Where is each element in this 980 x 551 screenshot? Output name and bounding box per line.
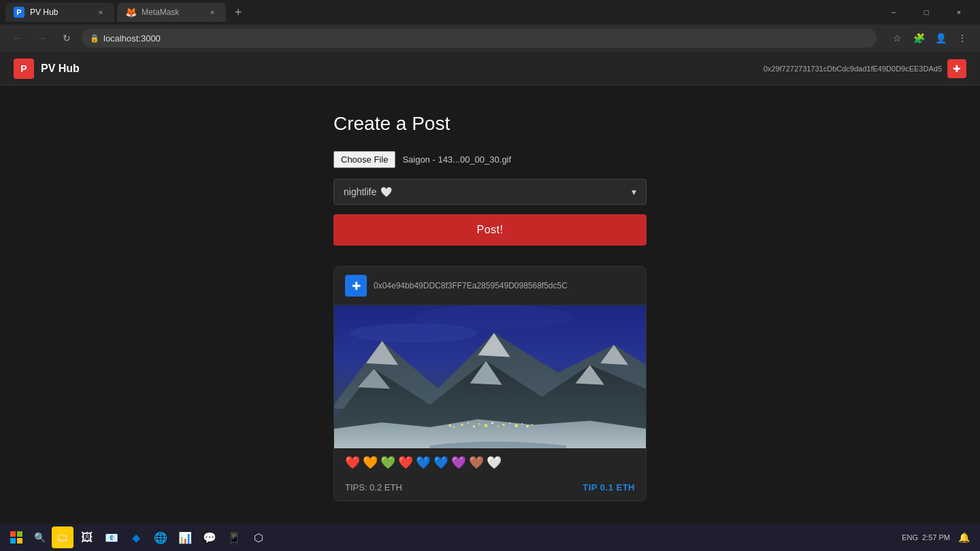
heart-brown[interactable]: 🤎 (469, 455, 484, 470)
tips-display: TIPS: 0.2 ETH (345, 482, 402, 492)
heart-red[interactable]: ❤️ (345, 455, 360, 470)
page-title: Create a Post (333, 113, 647, 135)
app-title: PV Hub (41, 63, 80, 75)
app-logo: P PV Hub (14, 59, 80, 79)
taskbar-app-discord[interactable]: 💬 (199, 527, 220, 548)
heart-white[interactable]: 🤍 (487, 455, 502, 470)
taskbar-search-button[interactable]: 🔍 (30, 528, 49, 547)
taskbar-app-mail[interactable]: 📧 (101, 527, 122, 548)
heart-red2[interactable]: ❤️ (398, 455, 413, 470)
post-avatar: ✚ (345, 275, 367, 297)
heart-blue2[interactable]: 💙 (434, 455, 448, 470)
tab-pv-hub-close[interactable]: × (95, 7, 106, 18)
taskbar: 🔍 🗂 🖼 📧 ◆ 🌐 📊 💬 📱 ⬡ ENG 2:57 PM 🔔 (0, 524, 980, 551)
svg-point-24 (526, 425, 529, 428)
svg-point-22 (514, 424, 518, 427)
tab-metamask-close[interactable]: × (207, 7, 218, 18)
svg-point-21 (509, 422, 510, 424)
taskbar-tray: ENG 2:57 PM (902, 533, 950, 541)
tab-pv-hub[interactable]: P PV Hub × (5, 3, 114, 22)
extensions-button[interactable]: 🧩 (909, 29, 928, 48)
forward-button[interactable]: → (33, 29, 52, 48)
svg-point-14 (468, 422, 469, 424)
tag-select[interactable]: nightlife 🤍 ▾ (333, 179, 647, 205)
url-text: localhost:3000 (103, 33, 161, 44)
back-button[interactable]: ← (8, 29, 27, 48)
lock-icon: 🔒 (90, 34, 99, 43)
new-tab-button[interactable]: + (229, 3, 248, 22)
svg-point-23 (521, 423, 523, 424)
tab-metamask-label: MetaMask (142, 7, 201, 17)
heart-purple[interactable]: 💜 (451, 455, 466, 470)
chevron-down-icon: ▾ (632, 186, 636, 197)
svg-point-26 (449, 424, 452, 427)
taskbar-clock: 2:57 PM (922, 533, 950, 541)
heart-green[interactable]: 💚 (380, 455, 395, 470)
tag-heart-icon: 🤍 (380, 186, 392, 197)
choose-file-button[interactable]: Choose File (333, 151, 395, 168)
wallet-address-display: 0x29f7272731731cDbCdc9dad1fE49D0D9cEE3DA… (764, 59, 966, 78)
taskbar-language: ENG (902, 533, 918, 541)
menu-button[interactable]: ⋮ (953, 29, 972, 48)
svg-rect-31 (17, 538, 22, 544)
url-bar[interactable]: 🔒 localhost:3000 (82, 29, 877, 48)
post-author-address: 0x04e94bb49DDC8f3FF7Ea2859549D098568f5dc… (374, 281, 568, 290)
tab-metamask[interactable]: 🦊 MetaMask × (117, 3, 226, 22)
tag-select-text: nightlife 🤍 (344, 186, 392, 197)
svg-point-19 (497, 426, 499, 427)
taskbar-notification-button[interactable]: 🔔 (953, 527, 975, 548)
tab-pv-hub-label: PV Hub (30, 7, 90, 17)
browser-actions: ☆ 🧩 👤 ⋮ (887, 29, 972, 48)
svg-rect-29 (17, 531, 22, 537)
metamask-favicon: 🦊 (125, 7, 136, 18)
bookmark-button[interactable]: ☆ (887, 29, 906, 48)
svg-point-15 (473, 425, 476, 428)
wallet-address-text: 0x29f7272731731cDbCdc9dad1fE49D0D9cEE3DA… (764, 65, 942, 73)
taskbar-app-explorer[interactable]: 🗂 (52, 527, 74, 548)
taskbar-app-whatsapp[interactable]: 📱 (223, 527, 245, 548)
hearts-row: ❤️ 🧡 💚 ❤️ 💙 💙 💜 🤎 🤍 (334, 448, 646, 477)
post-button[interactable]: Post! (333, 214, 647, 246)
window-controls: − □ × (878, 0, 975, 24)
svg-point-16 (479, 423, 480, 424)
svg-point-27 (532, 424, 533, 425)
svg-point-18 (491, 422, 494, 424)
address-bar: ← → ↻ 🔒 localhost:3000 ☆ 🧩 👤 ⋮ (0, 24, 980, 52)
reload-button[interactable]: ↻ (57, 29, 76, 48)
profile-button[interactable]: 👤 (931, 29, 950, 48)
svg-point-17 (485, 424, 488, 427)
taskbar-app-photos[interactable]: 🖼 (76, 527, 98, 548)
pv-hub-favicon: P (14, 7, 24, 18)
heart-blue[interactable]: 💙 (416, 455, 431, 470)
taskbar-app-vscode[interactable]: ◆ (125, 527, 147, 548)
taskbar-app-teams[interactable]: 📊 (174, 527, 196, 548)
close-button[interactable]: × (943, 0, 975, 24)
post-footer: TIPS: 0.2 ETH TIP 0.1 ETH (334, 477, 646, 501)
maximize-button[interactable]: □ (911, 0, 942, 24)
svg-point-13 (461, 424, 463, 427)
post-card: ✚ 0x04e94bb49DDC8f3FF7Ea2859549D098568f5… (333, 266, 647, 501)
post-header: ✚ 0x04e94bb49DDC8f3FF7Ea2859549D098568f5… (334, 267, 646, 305)
browser-chrome: P PV Hub × 🦊 MetaMask × + − □ × ← → ↻ 🔒 … (0, 0, 980, 52)
heart-orange[interactable]: 🧡 (363, 455, 378, 470)
svg-point-25 (453, 427, 455, 428)
svg-point-20 (502, 424, 505, 427)
start-button[interactable] (5, 527, 27, 548)
minimize-button[interactable]: − (878, 0, 909, 24)
logo-icon: P (14, 59, 34, 79)
tag-value: nightlife (344, 186, 376, 197)
main-content: Create a Post Choose File Saigon - 143..… (0, 86, 980, 524)
tab-bar: P PV Hub × 🦊 MetaMask × + − □ × (0, 0, 980, 24)
svg-point-2 (350, 323, 478, 342)
tip-button[interactable]: TIP 0.1 ETH (583, 482, 635, 492)
taskbar-app-edge[interactable]: 🌐 (150, 527, 172, 548)
content-wrapper: Create a Post Choose File Saigon - 143..… (320, 113, 660, 501)
post-image (334, 305, 646, 448)
taskbar-app-ethereum[interactable]: ⬡ (248, 527, 270, 548)
svg-rect-28 (10, 531, 16, 537)
wallet-icon[interactable]: ✚ (947, 59, 966, 78)
file-input-row: Choose File Saigon - 143...00_00_30.gif (333, 151, 647, 168)
app-navbar: P PV Hub 0x29f7272731731cDbCdc9dad1fE49D… (0, 52, 980, 86)
svg-rect-30 (10, 538, 16, 544)
file-name-display: Saigon - 143...00_00_30.gif (402, 154, 511, 165)
